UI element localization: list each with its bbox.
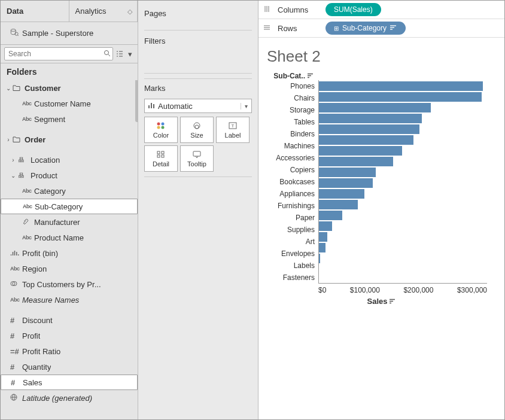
rows-shelf-label: Rows bbox=[278, 24, 320, 33]
chart-bar[interactable] bbox=[319, 103, 431, 112]
field-region[interactable]: Abc Region bbox=[1, 261, 138, 276]
bar-chart-icon bbox=[145, 102, 158, 110]
filters-shelf[interactable]: Filters bbox=[144, 30, 252, 74]
datasource[interactable]: Sample - Superstore bbox=[1, 22, 138, 44]
marks-color-button[interactable]: Color bbox=[144, 117, 178, 143]
y-axis-label: Envelopes bbox=[264, 248, 315, 260]
field-discount[interactable]: # Discount bbox=[1, 312, 138, 328]
sort-icon bbox=[308, 73, 314, 80]
svg-point-0 bbox=[11, 29, 16, 32]
chart-bar[interactable] bbox=[319, 157, 393, 166]
chart-bar[interactable] bbox=[319, 211, 342, 220]
svg-rect-30 bbox=[162, 155, 164, 157]
set-icon bbox=[9, 280, 21, 288]
marks-tooltip-button[interactable]: Tooltip bbox=[180, 145, 214, 172]
rows-icon bbox=[263, 24, 272, 33]
chart-bar[interactable] bbox=[319, 178, 373, 188]
field-product[interactable]: ⌄ 品 Product bbox=[1, 168, 138, 183]
field-customer-name[interactable]: Abc Customer Name bbox=[1, 96, 138, 111]
pill-sub-category[interactable]: ⊞ Sub-Category bbox=[325, 22, 406, 35]
x-tick-label: $300,000 bbox=[457, 286, 487, 294]
chart-bar[interactable] bbox=[319, 146, 402, 156]
y-axis-label: Binders bbox=[264, 128, 315, 140]
field-sales[interactable]: # Sales bbox=[1, 375, 138, 390]
field-location[interactable]: › 品 Location bbox=[1, 152, 138, 168]
view-menu-button[interactable]: ▾ bbox=[126, 48, 135, 60]
chart-bar[interactable] bbox=[319, 135, 413, 145]
field-profit[interactable]: # Profit bbox=[1, 328, 138, 343]
chart-bar[interactable] bbox=[319, 232, 327, 242]
sort-icon bbox=[390, 297, 396, 306]
folder-order[interactable]: › Order bbox=[1, 132, 138, 147]
folders-header: Folders bbox=[1, 63, 138, 80]
field-profit-ratio[interactable]: =# Profit Ratio bbox=[1, 343, 138, 359]
svg-point-23 bbox=[194, 123, 200, 129]
chart-bar[interactable] bbox=[319, 254, 320, 263]
chart-bar[interactable] bbox=[319, 81, 483, 91]
chart-bar[interactable] bbox=[319, 200, 358, 209]
tab-analytics-label: Analytics bbox=[75, 7, 107, 16]
marks-card: Marks Automatic ▾ Color bbox=[144, 78, 252, 177]
columns-shelf-label: Columns bbox=[278, 5, 320, 14]
globe-icon bbox=[9, 394, 21, 402]
number-icon: # bbox=[9, 331, 21, 340]
x-axis-title[interactable]: Sales bbox=[264, 297, 498, 306]
field-latitude[interactable]: Latitude (generated) bbox=[1, 390, 138, 406]
abc-icon: Abc bbox=[21, 188, 33, 194]
sheet-title[interactable]: Sheet 2 bbox=[264, 47, 498, 66]
marks-type-select[interactable]: Automatic ▾ bbox=[144, 99, 252, 113]
chart-bar[interactable] bbox=[319, 243, 325, 252]
color-icon bbox=[156, 121, 166, 130]
chart-bar[interactable] bbox=[319, 168, 376, 177]
tab-analytics[interactable]: Analytics ◇ bbox=[69, 1, 138, 22]
chart-bar[interactable] bbox=[319, 221, 332, 231]
svg-rect-28 bbox=[162, 151, 164, 154]
field-segment[interactable]: Abc Segment bbox=[1, 111, 138, 127]
chart-y-header[interactable]: Sub-Cat.. bbox=[264, 72, 318, 80]
abc-icon: Abc bbox=[22, 203, 34, 209]
folder-customer[interactable]: ⌄ Customer bbox=[1, 80, 138, 96]
chevron-down-icon: ▾ bbox=[241, 103, 251, 109]
field-profit-bin[interactable]: .ılı. Profit (bin) bbox=[1, 245, 138, 261]
svg-point-3 bbox=[105, 50, 109, 54]
number-icon: # bbox=[9, 316, 21, 325]
field-measure-names[interactable]: Abc Measure Names bbox=[1, 292, 138, 308]
svg-line-2 bbox=[17, 35, 19, 36]
y-axis-label: Fasteners bbox=[264, 272, 315, 284]
field-top-customers[interactable]: Top Customers by Pr... bbox=[1, 276, 138, 292]
tab-data-label: Data bbox=[7, 7, 23, 16]
pill-sum-sales[interactable]: SUM(Sales) bbox=[325, 3, 381, 16]
field-sub-category[interactable]: Abc Sub-Category bbox=[1, 199, 138, 214]
abc-icon: Abc bbox=[21, 116, 33, 122]
y-axis-label: Bookcases bbox=[264, 176, 315, 188]
search-field[interactable] bbox=[4, 47, 113, 60]
view-toggle-button[interactable] bbox=[115, 48, 124, 60]
datasource-label: Sample - Superstore bbox=[22, 29, 93, 38]
sort-icon bbox=[390, 24, 397, 32]
marks-size-button[interactable]: Size bbox=[180, 117, 214, 143]
chart-bar[interactable] bbox=[319, 92, 482, 102]
svg-point-19 bbox=[157, 123, 160, 126]
field-manufacturer[interactable]: Manufacturer bbox=[1, 214, 138, 230]
field-category[interactable]: Abc Category bbox=[1, 183, 138, 199]
field-quantity[interactable]: # Quantity bbox=[1, 359, 138, 375]
label-icon: T bbox=[228, 121, 238, 130]
chart-bar[interactable] bbox=[319, 114, 422, 123]
svg-rect-31 bbox=[193, 151, 200, 156]
svg-point-22 bbox=[162, 126, 165, 129]
pages-shelf[interactable]: Pages bbox=[144, 5, 252, 22]
tree-scrollbar[interactable] bbox=[135, 80, 138, 122]
chart-bar[interactable] bbox=[319, 189, 364, 199]
field-product-name[interactable]: Abc Product Name bbox=[1, 230, 138, 245]
marks-label-button[interactable]: T Label bbox=[216, 117, 250, 143]
y-axis-label: Supplies bbox=[264, 224, 315, 236]
search-input[interactable] bbox=[5, 48, 102, 59]
y-axis-label: Art bbox=[264, 236, 315, 248]
marks-detail-button[interactable]: Detail bbox=[144, 145, 178, 172]
y-axis-label: Machines bbox=[264, 140, 315, 152]
bar-chart[interactable]: PhonesChairsStorageTablesBindersMachines… bbox=[264, 80, 498, 284]
tab-data[interactable]: Data bbox=[1, 1, 69, 22]
chart-bar[interactable] bbox=[319, 124, 419, 134]
svg-point-20 bbox=[162, 123, 165, 126]
search-icon bbox=[102, 50, 112, 59]
